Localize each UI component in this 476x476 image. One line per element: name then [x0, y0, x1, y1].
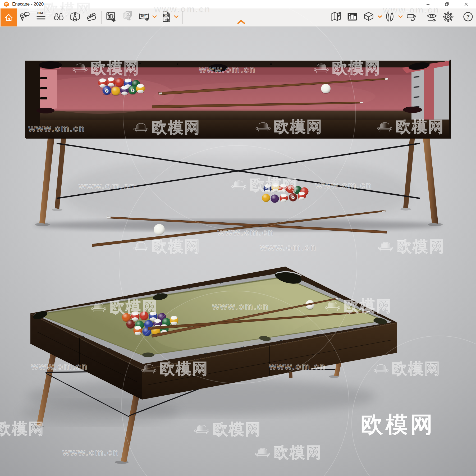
billiard-ball: [126, 320, 135, 329]
cube-icon: [363, 11, 375, 23]
billiard-ball: [98, 79, 107, 88]
collapse-toolbar-chevron[interactable]: [237, 20, 245, 24]
minimize-button[interactable]: [422, 0, 434, 8]
toolbar-separator: [101, 11, 102, 24]
pocket: [142, 353, 154, 357]
svg-text:BIM: BIM: [37, 11, 43, 15]
gear-icon: [442, 11, 454, 23]
billiard-ball: [280, 194, 288, 202]
toolbar-separator: [422, 11, 422, 24]
billiard-ball: [107, 77, 116, 87]
title-bar: Enscape - 2020: [0, 0, 476, 8]
pin-comment-button[interactable]: [19, 11, 31, 24]
svg-text:EXE: EXE: [164, 15, 168, 17]
bim-info-icon: BIM: [35, 11, 47, 23]
ball-number: 6: [132, 89, 134, 92]
visual-settings-button[interactable]: [426, 11, 438, 24]
billiard-ball: [120, 86, 129, 95]
back-rail: [25, 61, 451, 67]
chevron-down-icon[interactable]: [398, 15, 403, 18]
cue-butt-cap: [159, 93, 162, 94]
left-end-cap: [25, 61, 40, 138]
svg-text:?: ?: [466, 13, 470, 20]
billiard-ball: [115, 78, 124, 87]
restore-icon: [445, 2, 449, 6]
panorama-360-export-icon: 360°: [138, 11, 150, 23]
screenshot-export-icon: [105, 11, 117, 23]
pocket: [403, 107, 422, 113]
cushion-shadow: [40, 67, 435, 75]
billiard-ball: [170, 316, 178, 325]
svg-text:360°: 360°: [141, 15, 146, 17]
close-icon: [464, 3, 468, 6]
pocket: [36, 108, 54, 113]
clapperboard-button[interactable]: [85, 11, 97, 24]
vr-headset-button[interactable]: [406, 11, 418, 24]
exe-export-icon: EXE: [160, 11, 172, 23]
cue-tip: [360, 103, 363, 103]
cube-button[interactable]: [363, 11, 375, 24]
binoculars-icon: [53, 11, 65, 23]
batch-export-button[interactable]: [121, 11, 133, 24]
ball-number: 7: [292, 197, 294, 199]
help-icon: ?: [462, 11, 474, 23]
help-button[interactable]: ?: [462, 11, 474, 24]
settings-button[interactable]: [442, 11, 454, 24]
cue-tip: [367, 312, 370, 312]
toolbar-separator: [182, 11, 183, 24]
billiard-ball: [298, 192, 306, 200]
home-icon: [3, 12, 14, 23]
clapperboard-icon: [85, 11, 97, 23]
minimize-icon: [426, 3, 430, 6]
billiard-ball: [112, 87, 120, 95]
eye-settings-icon: [426, 11, 438, 23]
wings-icon: [384, 11, 396, 23]
map-button[interactable]: [330, 11, 342, 24]
cue-ball: [321, 84, 331, 93]
cue-tip: [336, 298, 338, 299]
billiard-ball: [263, 184, 272, 193]
chevron-down-icon[interactable]: [174, 15, 178, 18]
vr-headset-icon: [406, 11, 418, 23]
billiard-ball: [271, 184, 280, 192]
window-title: Enscape - 2020: [12, 0, 44, 8]
chevron-down-icon[interactable]: [378, 15, 382, 18]
billiard-ball: [140, 312, 149, 320]
enscape-logo-icon: [3, 1, 10, 7]
billiard-ball: [136, 84, 145, 93]
map-icon: [330, 11, 342, 23]
restore-button[interactable]: [441, 0, 453, 8]
ball-number: 2: [106, 90, 108, 93]
cue-tip: [385, 79, 388, 79]
pocket: [39, 61, 62, 69]
exe-export-button[interactable]: EXE: [160, 11, 172, 24]
chevron-down-icon[interactable]: [152, 15, 157, 18]
viewport-render-button[interactable]: [346, 11, 358, 24]
enscape-window: 2 6 7: [0, 0, 476, 476]
projection-box-icon: [69, 11, 81, 23]
billiard-ball: [134, 326, 142, 335]
projection-box-button[interactable]: [69, 11, 81, 24]
toolbar-separator: [458, 11, 458, 24]
billiard-ball: [262, 194, 270, 202]
cue-ball: [154, 224, 165, 235]
home-button[interactable]: [1, 8, 17, 26]
cue-tip: [382, 211, 386, 212]
cue-tip: [107, 217, 111, 218]
billiard-ball: [131, 312, 140, 321]
right-end-cap: [434, 59, 451, 120]
billiard-ball: [279, 184, 287, 193]
binoculars-button[interactable]: [53, 11, 65, 24]
toolbar-separator: [326, 11, 326, 24]
wings-button[interactable]: [384, 11, 396, 24]
close-button[interactable]: [460, 0, 472, 8]
billiard-ball: [271, 194, 279, 203]
billiard-ball: [286, 185, 295, 193]
viewport-3d-scene[interactable]: 2 6 7: [0, 0, 476, 476]
bim-info-button[interactable]: BIM: [35, 11, 47, 24]
viewport-render-icon: [346, 11, 358, 23]
panorama-360-export-button[interactable]: 360°: [138, 11, 150, 24]
batch-export-icon: [121, 11, 133, 23]
screenshot-export-button[interactable]: [105, 11, 117, 24]
pin-comment-icon: [19, 11, 31, 23]
